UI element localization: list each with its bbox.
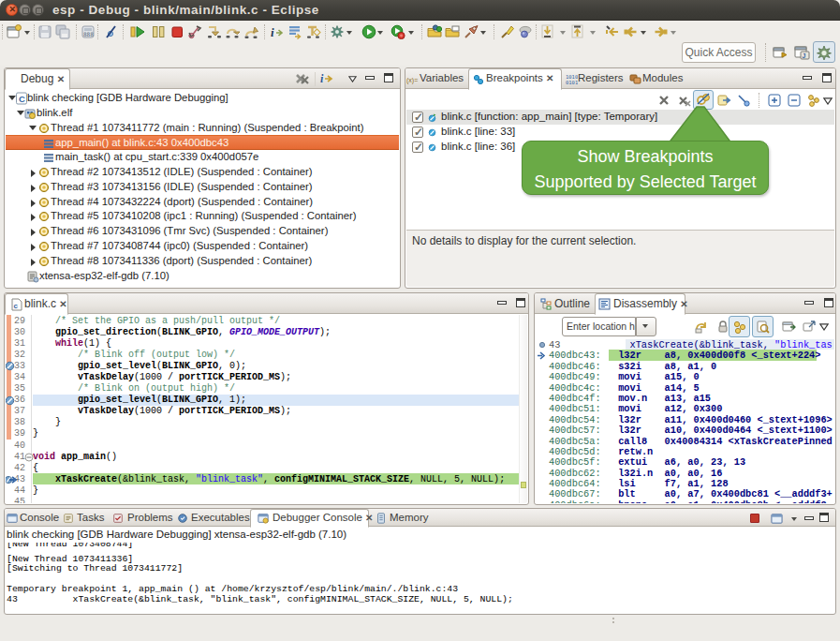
svg-text:i: i: [271, 25, 274, 39]
svg-text:888: 888: [83, 31, 94, 37]
svg-text:0101: 0101: [566, 80, 578, 85]
svg-text:i: i: [320, 72, 324, 85]
svg-text:(x)=: (x)=: [406, 77, 418, 84]
svg-text:J: J: [803, 52, 806, 59]
svg-text:C: C: [19, 94, 25, 104]
svg-text:c: c: [14, 302, 19, 310]
